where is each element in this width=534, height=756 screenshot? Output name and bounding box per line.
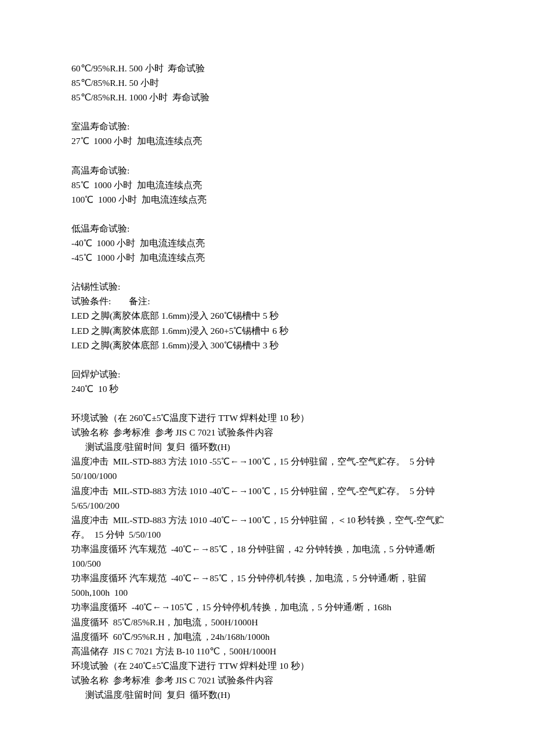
blank-line bbox=[71, 352, 463, 367]
text-line: 试验名称 参考标准 参考 JIS C 7021 试验条件内容 bbox=[71, 673, 463, 687]
text-line: 85℃/85%R.H. 50 小时 bbox=[71, 75, 463, 90]
text-line: 60℃/95%R.H. 500 小时 寿命试验 bbox=[71, 61, 463, 75]
text-line: 试验条件: 备注: bbox=[71, 294, 463, 308]
text-line: 240℃ 10 秒 bbox=[71, 381, 463, 396]
text-line: 高温寿命试验: bbox=[71, 163, 463, 178]
text-line: 功率温度循环 -40℃←→105℃，15 分钟停机/转换，加电流，5 分钟通/断… bbox=[71, 600, 463, 614]
text-line: 沾锡性试验: bbox=[71, 279, 463, 294]
text-line: 低温寿命试验: bbox=[71, 221, 463, 236]
text-line: -40℃ 1000 小时 加电流连续点亮 bbox=[71, 236, 463, 250]
text-line: 100℃ 1000 小时 加电流连续点亮 bbox=[71, 192, 463, 207]
text-line: 85℃/85%R.H. 1000 小时 寿命试验 bbox=[71, 90, 463, 105]
text-line: 环境试验（在 260℃±5℃温度下进行 TTW 焊料处理 10 秒） bbox=[71, 411, 463, 425]
text-line: 测试温度/驻留时间 复归 循环数(H) bbox=[71, 687, 463, 702]
text-line: 温度冲击 MIL-STD-883 方法 1010 -55℃←→100℃，15 分… bbox=[71, 454, 463, 483]
text-line: 试验名称 参考标准 参考 JIS C 7021 试验条件内容 bbox=[71, 425, 463, 440]
text-line: 温度循环 85℃/85%R.H，加电流，500H/1000H bbox=[71, 615, 463, 629]
text-line: 测试温度/驻留时间 复归 循环数(H) bbox=[71, 440, 463, 454]
text-line: 功率温度循环 汽车规范 -40℃←→85℃，15 分钟停机/转换，加电流，5 分… bbox=[71, 571, 463, 600]
text-line: 高温储存 JIS C 7021 方法 B-10 110℃，500H/1000H bbox=[71, 644, 463, 658]
text-line: 回焊炉试验: bbox=[71, 367, 463, 381]
text-line: 室温寿命试验: bbox=[71, 119, 463, 134]
blank-line bbox=[71, 265, 463, 279]
text-line: LED 之脚(离胶体底部 1.6mm)浸入 260+5℃锡槽中 6 秒 bbox=[71, 323, 463, 338]
text-line: 温度冲击 MIL-STD-883 方法 1010 -40℃←→100℃，15 分… bbox=[71, 484, 463, 513]
text-line: 温度循环 60℃/95%R.H，加电流 , 24h/168h/1000h bbox=[71, 629, 463, 644]
text-line: LED 之脚(离胶体底部 1.6mm)浸入 260℃锡槽中 5 秒 bbox=[71, 308, 463, 323]
text-line: 环境试验（在 240℃±5℃温度下进行 TTW 焊料处理 10 秒） bbox=[71, 658, 463, 673]
blank-line bbox=[71, 105, 463, 119]
blank-line bbox=[71, 149, 463, 163]
text-line: -45℃ 1000 小时 加电流连续点亮 bbox=[71, 250, 463, 265]
text-line: 温度冲击 MIL-STD-883 方法 1010 -40℃←→100℃，15 分… bbox=[71, 513, 463, 542]
blank-line bbox=[71, 207, 463, 221]
text-line: LED 之脚(离胶体底部 1.6mm)浸入 300℃锡槽中 3 秒 bbox=[71, 338, 463, 352]
document-page: 60℃/95%R.H. 500 小时 寿命试验85℃/85%R.H. 50 小时… bbox=[0, 0, 534, 756]
text-line: 85℃ 1000 小时 加电流连续点亮 bbox=[71, 178, 463, 192]
blank-line bbox=[71, 396, 463, 411]
text-line: 27℃ 1000 小时 加电流连续点亮 bbox=[71, 134, 463, 148]
text-line: 功率温度循环 汽车规范 -40℃←→85℃，18 分钟驻留，42 分钟转换，加电… bbox=[71, 542, 463, 571]
